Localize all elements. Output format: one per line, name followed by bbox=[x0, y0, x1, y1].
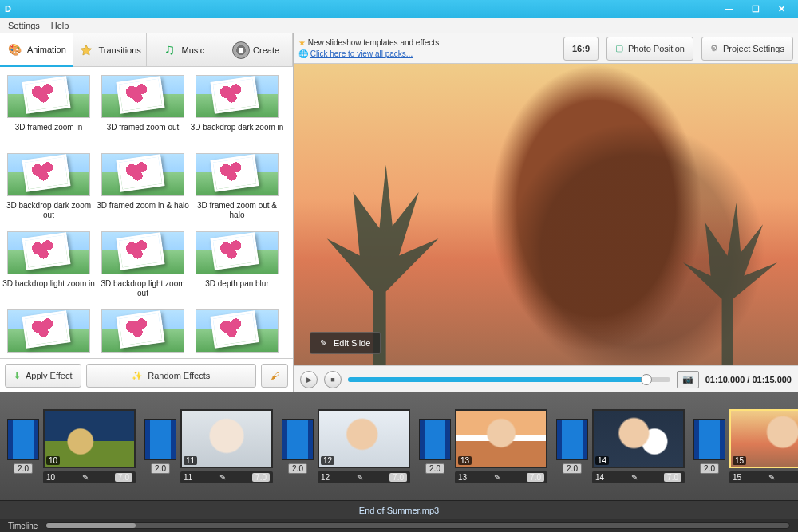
timeline-slide[interactable]: 1010✎7.0 bbox=[43, 409, 136, 483]
pencil-icon[interactable]: ✎ bbox=[631, 473, 638, 482]
tab-label: Music bbox=[182, 45, 205, 55]
effect-item[interactable]: 3D framed zoom out & halo bbox=[190, 153, 284, 220]
pencil-icon[interactable]: ✎ bbox=[219, 473, 226, 482]
effect-caption: 3D backdrop dark zoom out bbox=[2, 201, 96, 220]
wand-icon: ✨ bbox=[132, 371, 143, 381]
aspect-button[interactable]: 16:9 bbox=[563, 37, 598, 61]
tab-animation[interactable]: 🎨 Animation bbox=[0, 33, 73, 67]
preview-image bbox=[294, 64, 798, 365]
slide-index: 10 bbox=[46, 473, 55, 482]
bottom-bar: Timeline bbox=[0, 519, 798, 532]
slide-number: 10 bbox=[46, 456, 60, 465]
slide-thumb: 10 bbox=[43, 409, 136, 468]
palette-icon: 🎨 bbox=[6, 41, 24, 58]
tab-transitions[interactable]: Transitions bbox=[73, 33, 147, 67]
playback-time: 01:10.000 / 01:15.000 bbox=[705, 375, 792, 384]
playback-progress[interactable] bbox=[348, 377, 670, 382]
transition-duration[interactable]: 2.0 bbox=[425, 463, 444, 474]
timeline-label: Timeline bbox=[8, 522, 38, 530]
music-icon: ♫ bbox=[161, 41, 179, 59]
effect-item[interactable] bbox=[96, 309, 190, 358]
effect-thumb bbox=[101, 75, 184, 118]
transition-thumb bbox=[556, 419, 588, 460]
timeline-slide[interactable]: 1515✎7.0 bbox=[729, 409, 798, 483]
tab-create[interactable]: Create bbox=[219, 33, 293, 67]
effect-item[interactable] bbox=[190, 309, 284, 358]
slide-number: 13 bbox=[458, 456, 472, 465]
slide-duration[interactable]: 7.0 bbox=[115, 473, 132, 482]
transition-item[interactable]: 2.0 bbox=[693, 419, 726, 474]
slide-thumb: 15 bbox=[729, 409, 798, 468]
menu-help[interactable]: Help bbox=[51, 21, 69, 30]
stop-button[interactable]: ■ bbox=[324, 371, 342, 388]
transition-thumb bbox=[144, 419, 176, 460]
effect-item[interactable]: 3D framed zoom out bbox=[96, 75, 190, 142]
transition-duration[interactable]: 2.0 bbox=[288, 463, 307, 474]
pencil-icon: ✎ bbox=[320, 338, 327, 349]
transition-item[interactable]: 2.0 bbox=[555, 419, 589, 474]
effect-item[interactable]: 3D backdrop light zoom out bbox=[96, 231, 190, 298]
pencil-icon[interactable]: ✎ bbox=[494, 473, 500, 482]
pencil-icon[interactable]: ✎ bbox=[82, 473, 89, 482]
effect-item[interactable]: 3D depth pan blur bbox=[190, 231, 284, 298]
camera-icon: 📷 bbox=[682, 374, 693, 384]
timeline-slide[interactable]: 1111✎7.0 bbox=[180, 409, 273, 483]
photo-position-button[interactable]: ▢ Photo Position bbox=[606, 37, 693, 61]
transition-item[interactable]: 2.0 bbox=[418, 419, 452, 474]
transition-duration[interactable]: 2.0 bbox=[563, 463, 582, 474]
effect-thumb bbox=[7, 153, 90, 196]
effect-item[interactable]: 3D framed zoom in bbox=[2, 75, 96, 142]
effects-grid[interactable]: 3D framed zoom in3D framed zoom out3D ba… bbox=[0, 67, 293, 358]
play-button[interactable]: ▶ bbox=[300, 371, 318, 388]
timeline-slide[interactable]: 1313✎7.0 bbox=[455, 409, 547, 483]
preview-toolbar: ★ New slideshow templates and effects 🌐 … bbox=[294, 33, 798, 64]
tab-label: Transitions bbox=[98, 45, 140, 55]
slide-duration[interactable]: 7.0 bbox=[252, 473, 270, 482]
tab-music[interactable]: ♫ Music bbox=[147, 33, 220, 67]
effect-item[interactable]: 3D framed zoom in & halo bbox=[96, 153, 190, 220]
timeline-slide[interactable]: 1212✎7.0 bbox=[318, 409, 410, 483]
transition-duration[interactable]: 2.0 bbox=[14, 463, 33, 474]
slide-duration[interactable]: 7.0 bbox=[389, 473, 407, 482]
button-label: Random Effects bbox=[148, 371, 210, 380]
transition-item[interactable]: 2.0 bbox=[6, 419, 40, 474]
effect-thumb bbox=[196, 75, 279, 118]
transition-item[interactable]: 2.0 bbox=[281, 419, 314, 474]
disc-icon bbox=[232, 41, 250, 59]
apply-effect-button[interactable]: ⬇ Apply Effect bbox=[5, 364, 81, 388]
slide-duration[interactable]: 7.0 bbox=[664, 473, 681, 482]
slide-duration[interactable]: 7.0 bbox=[527, 473, 544, 482]
slide-thumb: 13 bbox=[455, 409, 547, 468]
project-settings-button[interactable]: ⚙ Project Settings bbox=[701, 37, 793, 61]
transition-item[interactable]: 2.0 bbox=[144, 419, 177, 474]
preview-area: ✎ Edit Slide bbox=[294, 64, 798, 365]
timeline-slide[interactable]: 1414✎7.0 bbox=[592, 409, 685, 483]
effect-item[interactable]: 3D backdrop dark zoom out bbox=[2, 153, 96, 220]
slide-index: 13 bbox=[458, 473, 467, 482]
app-title: D bbox=[5, 4, 11, 14]
pencil-icon[interactable]: ✎ bbox=[357, 473, 363, 482]
menu-settings[interactable]: Settings bbox=[8, 21, 40, 30]
effect-item[interactable] bbox=[2, 309, 96, 358]
snapshot-button[interactable]: 📷 bbox=[677, 371, 699, 388]
pencil-icon[interactable]: ✎ bbox=[768, 473, 775, 482]
effect-item[interactable]: 3D backdrop light zoom in bbox=[2, 231, 96, 298]
effect-caption: 3D framed zoom in & halo bbox=[97, 201, 189, 220]
brush-button[interactable]: 🖌 bbox=[261, 364, 288, 388]
audio-track-bar[interactable]: End of Summer.mp3 bbox=[0, 500, 798, 519]
timeline[interactable]: 2.01010✎7.02.01111✎7.02.01212✎7.02.01313… bbox=[0, 392, 798, 500]
slide-thumb: 12 bbox=[318, 409, 410, 468]
transition-duration[interactable]: 2.0 bbox=[700, 463, 719, 474]
button-label: Photo Position bbox=[628, 44, 685, 53]
effect-item[interactable]: 3D backdrop dark zoom in bbox=[190, 75, 284, 142]
effect-thumb bbox=[196, 153, 279, 196]
random-effects-button[interactable]: ✨ Random Effects bbox=[86, 364, 257, 388]
slide-number: 15 bbox=[733, 456, 746, 465]
timeline-scrollbar[interactable] bbox=[45, 522, 790, 529]
view-packs-link[interactable]: Click here to view all packs... bbox=[310, 49, 413, 58]
slide-index: 15 bbox=[733, 473, 741, 482]
transition-duration[interactable]: 2.0 bbox=[151, 463, 170, 474]
star-icon: ★ bbox=[298, 38, 306, 47]
edit-slide-button[interactable]: ✎ Edit Slide bbox=[310, 332, 381, 354]
window-controls[interactable]: — ☐ ✕ bbox=[725, 4, 793, 14]
